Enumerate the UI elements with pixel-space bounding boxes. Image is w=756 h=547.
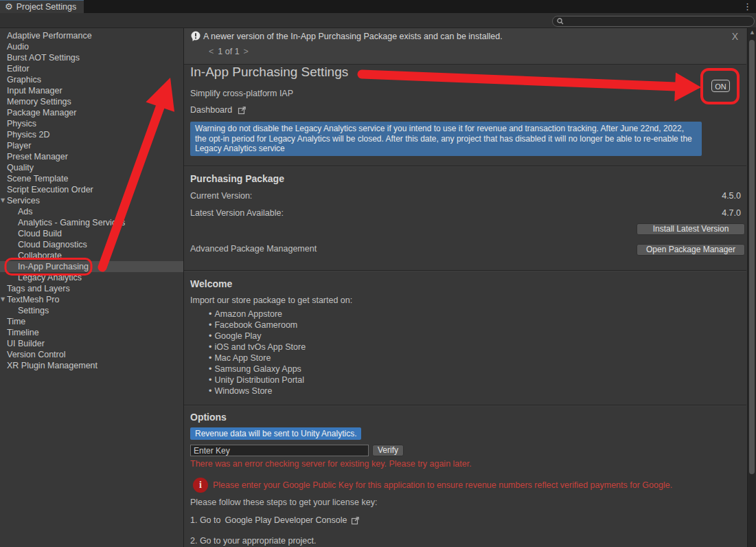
banner-close-icon[interactable]: X — [732, 31, 738, 42]
sidebar-item-services[interactable]: ▼Services — [0, 195, 183, 206]
search-icon — [557, 18, 564, 25]
sidebar-item-audio[interactable]: Audio — [0, 41, 183, 52]
expand-triangle-icon[interactable]: ▼ — [1, 294, 5, 305]
sidebar-item-quality[interactable]: Quality — [0, 162, 183, 173]
window-titlebar: ⚙ Project Settings ⋮ — [0, 0, 756, 13]
dashboard-link[interactable]: Dashboard — [190, 105, 247, 115]
store-list: •Amazon Appstore•Facebook Gameroom•Googl… — [209, 309, 306, 397]
sidebar-item-burst-aot-settings[interactable]: Burst AOT Settings — [0, 52, 183, 63]
store-name: Windows Store — [214, 386, 272, 396]
section-divider — [184, 270, 746, 271]
bullet-icon: • — [209, 375, 211, 385]
sidebar-item-cloud-build[interactable]: Cloud Build — [0, 228, 183, 239]
sidebar-item-timeline[interactable]: Timeline — [0, 327, 183, 338]
bullet-icon: • — [209, 320, 211, 330]
sidebar-item-time[interactable]: Time — [0, 316, 183, 327]
store-name: Unity Distribution Portal — [214, 375, 304, 385]
verify-button[interactable]: Verify — [372, 445, 404, 456]
sidebar-item-physics[interactable]: Physics — [0, 118, 183, 129]
page-title: In-App Purchasing Settings — [190, 65, 348, 80]
sidebar-item-scene-template[interactable]: Scene Template — [0, 173, 183, 184]
sidebar-item-label: Physics — [7, 119, 36, 129]
sidebar-item-label: Adaptive Performance — [7, 31, 92, 41]
sidebar-item-legacy-analytics[interactable]: Legacy Analytics — [0, 272, 183, 283]
sidebar-item-label: Cloud Diagnostics — [18, 240, 87, 249]
sidebar-item-package-manager[interactable]: Package Manager — [0, 107, 183, 118]
banner-message: A newer version of the In-App Purchasing… — [203, 32, 503, 41]
search-input[interactable] — [566, 17, 744, 25]
sidebar-item-graphics[interactable]: Graphics — [0, 74, 183, 85]
banner-pager: <1 of 1> — [205, 47, 253, 56]
sidebar-item-settings[interactable]: Settings — [0, 305, 183, 316]
install-latest-version-button[interactable]: Install Latest Version — [637, 223, 745, 235]
sidebar-item-textmesh-pro[interactable]: ▼TextMesh Pro — [0, 294, 183, 305]
open-package-manager-button[interactable]: Open Package Manager — [637, 244, 745, 256]
purchasing-package-header: Purchasing Package — [190, 173, 284, 184]
latest-version-value: 4.7.0 — [722, 208, 741, 218]
sidebar-item-ads[interactable]: Ads — [0, 206, 183, 217]
store-list-item: •Windows Store — [209, 386, 306, 397]
bullet-icon: • — [209, 331, 211, 341]
sidebar-item-label: Time — [7, 317, 25, 326]
iap-toggle-button[interactable]: ON — [711, 80, 730, 92]
sidebar-item-label: Input Manager — [7, 86, 62, 96]
sidebar-item-label: Physics 2D — [7, 130, 50, 139]
sidebar-item-adaptive-performance[interactable]: Adaptive Performance — [0, 30, 183, 41]
sidebar-item-label: Audio — [7, 42, 29, 52]
expand-triangle-icon[interactable]: ▼ — [1, 195, 5, 206]
latest-version-label: Latest Version Available: — [190, 208, 284, 218]
sidebar-item-label: Ads — [18, 207, 33, 216]
external-link-icon[interactable] — [238, 106, 247, 115]
scrollbar-thumb[interactable] — [749, 40, 755, 474]
bullet-icon: • — [209, 342, 211, 352]
sidebar-item-cloud-diagnostics[interactable]: Cloud Diagnostics — [0, 239, 183, 250]
sidebar-item-in-app-purchasing[interactable]: In-App Purchasing — [0, 261, 183, 272]
sidebar-item-collaborate[interactable]: Collaborate — [0, 250, 183, 261]
sidebar-item-analytics-gaming-services[interactable]: Analytics - Gaming Services — [0, 217, 183, 228]
sidebar-item-ui-builder[interactable]: UI Builder — [0, 338, 183, 349]
welcome-intro: Import our store package to get started … — [190, 295, 352, 305]
sidebar-item-player[interactable]: Player — [0, 140, 183, 151]
options-header: Options — [190, 412, 227, 423]
sidebar-item-label: TextMesh Pro — [7, 295, 59, 304]
step-2: 2. Go to your appropriate project. — [190, 536, 316, 546]
sidebar-item-version-control[interactable]: Version Control — [0, 349, 183, 360]
key-error-text: There was an error checking server for e… — [190, 459, 472, 469]
sidebar-item-label: Player — [7, 141, 31, 150]
store-list-item: •Facebook Gameroom — [209, 320, 306, 331]
current-version-label: Current Version: — [190, 191, 252, 201]
scroll-up-icon[interactable]: ▲ — [748, 30, 756, 35]
sidebar-item-tags-and-layers[interactable]: Tags and Layers — [0, 283, 183, 294]
bullet-icon: • — [209, 309, 211, 319]
pager-prev-icon[interactable]: < — [205, 47, 218, 56]
pager-next-icon[interactable]: > — [240, 47, 253, 56]
pager-count: 1 of 1 — [218, 47, 239, 56]
tab-project-settings[interactable]: ⚙ Project Settings — [0, 0, 84, 13]
enter-key-input[interactable] — [190, 445, 369, 456]
main-panel: A newer version of the In-App Purchasing… — [184, 28, 746, 547]
sidebar-item-script-execution-order[interactable]: Script Execution Order — [0, 184, 183, 195]
sidebar-item-memory-settings[interactable]: Memory Settings — [0, 96, 183, 107]
vertical-scrollbar[interactable]: ▲ — [747, 28, 756, 547]
kebab-menu-icon[interactable]: ⋮ — [743, 1, 752, 13]
sidebar-item-label: Editor — [7, 64, 30, 74]
store-list-item: •Mac App Store — [209, 353, 306, 364]
store-list-item: •Samsung Galaxy Apps — [209, 364, 306, 375]
sidebar-item-label: In-App Purchasing — [18, 262, 89, 271]
search-box[interactable] — [552, 16, 755, 27]
sidebar-item-input-manager[interactable]: Input Manager — [0, 85, 183, 96]
sidebar-item-preset-manager[interactable]: Preset Manager — [0, 151, 183, 162]
google-play-console-link[interactable]: Google Play Developer Console — [225, 515, 347, 525]
sidebar-item-physics-2d[interactable]: Physics 2D — [0, 129, 183, 140]
sidebar-item-label: Package Manager — [7, 108, 76, 118]
sidebar-item-editor[interactable]: Editor — [0, 63, 183, 74]
google-key-message: Please enter your Google Public Key for … — [213, 480, 735, 490]
steps-intro: Please follow these steps to get your li… — [190, 498, 377, 507]
update-notification-banner: A newer version of the In-App Purchasing… — [184, 28, 746, 65]
external-link-icon[interactable] — [351, 516, 360, 525]
sidebar-item-xr-plugin-management[interactable]: XR Plugin Management — [0, 360, 183, 371]
section-divider — [184, 405, 746, 406]
current-version-value: 4.5.0 — [722, 191, 741, 201]
sidebar-item-label: Cloud Build — [18, 229, 62, 238]
sidebar-item-label: Memory Settings — [7, 97, 71, 107]
